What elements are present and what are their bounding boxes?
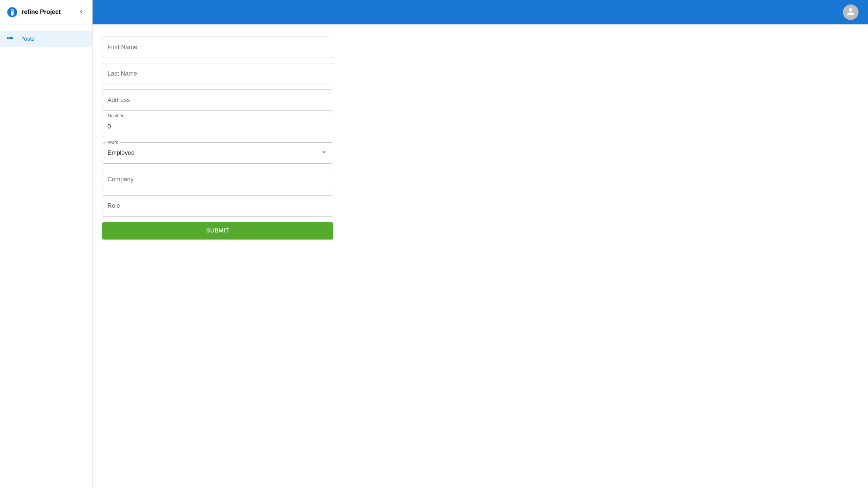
person-icon [846, 6, 856, 18]
app-title: refine Project [22, 8, 61, 16]
form: Number Work Employed [102, 37, 333, 239]
submit-button[interactable]: SUBMIT [102, 222, 333, 239]
sidebar: refine Project Posts [0, 0, 93, 488]
chevron-left-icon [77, 7, 85, 17]
refine-logo-icon [7, 7, 18, 18]
sidebar-header: refine Project [0, 0, 92, 24]
first-name-input[interactable] [102, 37, 333, 58]
last-name-input[interactable] [102, 63, 333, 84]
company-input[interactable] [102, 169, 333, 190]
brand[interactable]: refine Project [7, 7, 61, 18]
user-avatar[interactable] [843, 4, 859, 20]
work-select[interactable]: Employed [102, 142, 333, 164]
svg-point-2 [11, 9, 13, 11]
collapse-sidebar-button[interactable] [76, 7, 87, 18]
main: Number Work Employed [93, 0, 868, 488]
last-name-field [102, 63, 333, 84]
address-input[interactable] [102, 89, 333, 111]
list-icon [6, 35, 14, 43]
dropdown-icon [320, 148, 328, 158]
work-field: Work Employed [102, 142, 333, 164]
first-name-field [102, 37, 333, 58]
role-field [102, 195, 333, 217]
topbar [93, 0, 868, 24]
sidebar-item-label: Posts [20, 36, 34, 42]
content: Number Work Employed [93, 24, 868, 251]
company-field [102, 169, 333, 190]
number-field: Number [102, 116, 333, 137]
sidebar-item-posts[interactable]: Posts [0, 30, 92, 47]
role-input[interactable] [102, 195, 333, 217]
work-select-value: Employed [107, 149, 135, 157]
address-field [102, 89, 333, 111]
number-label: Number [106, 113, 125, 118]
number-input[interactable] [102, 116, 333, 137]
work-label: Work [106, 140, 120, 145]
sidebar-nav: Posts [0, 24, 92, 47]
